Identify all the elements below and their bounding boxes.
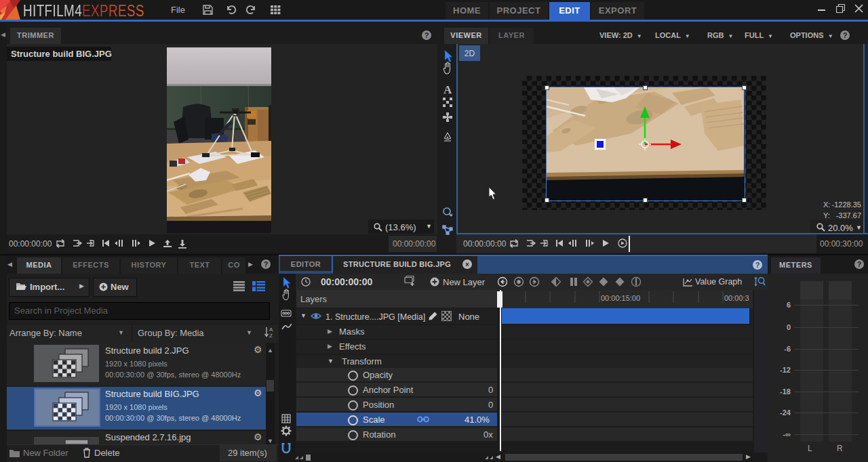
svg-text:Z: Z <box>269 333 273 339</box>
svg-text:A: A <box>443 83 452 96</box>
svg-text:A: A <box>269 327 273 333</box>
